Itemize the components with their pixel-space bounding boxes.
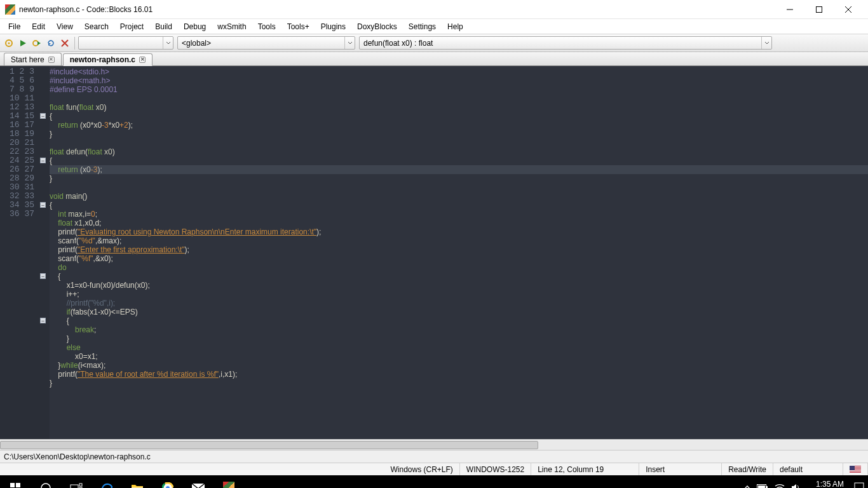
code-line: }while(i<max);: [50, 361, 868, 370]
svg-point-8: [41, 484, 50, 488]
fold-marker[interactable]: −: [40, 113, 46, 119]
code-line: scanf("%f",&x0);: [50, 254, 868, 263]
menu-help[interactable]: Help: [442, 20, 469, 33]
code-line: return (x0*x0-3*x0+2);: [50, 121, 868, 130]
tab-close-icon[interactable]: ✕: [48, 57, 55, 63]
menu-debug[interactable]: Debug: [178, 20, 212, 33]
menu-settings[interactable]: Settings: [403, 20, 442, 33]
flag-icon: [850, 466, 861, 473]
menu-search[interactable]: Search: [79, 20, 114, 33]
status-bar: Windows (CR+LF) WINDOWS-1252 Line 12, Co…: [0, 463, 868, 475]
cortana-icon[interactable]: [31, 475, 61, 488]
windows-taskbar: 1:35 AM 6/22/2017: [0, 475, 868, 488]
title-bar: newton-raphson.c - Code::Blocks 16.01: [0, 0, 868, 19]
code-line: int max,i=0;: [50, 210, 868, 219]
tab-newton-raphson-c[interactable]: newton-raphson.c✕: [63, 53, 153, 66]
chrome-icon[interactable]: [153, 475, 183, 488]
code-line: else: [50, 343, 868, 352]
code-editor[interactable]: 1 2 3 4 5 6 7 8 9 10 11 12 13 14 15 16 1…: [0, 66, 868, 439]
rebuild-icon[interactable]: [44, 37, 57, 50]
menu-wxsmith[interactable]: wxSmith: [212, 20, 252, 33]
tray-expand-icon[interactable]: [744, 484, 750, 488]
file-path-bar: C:\Users\Xenon\Desktop\newton-raphson.c: [0, 450, 868, 463]
codeblocks-taskbar-icon[interactable]: [214, 475, 244, 488]
menu-project[interactable]: Project: [114, 20, 149, 33]
svg-rect-9: [71, 485, 78, 488]
tab-label: Start here: [11, 55, 44, 64]
wifi-icon[interactable]: [775, 484, 785, 489]
menu-build[interactable]: Build: [149, 20, 178, 33]
taskbar-clock[interactable]: 1:35 AM 6/22/2017: [806, 480, 848, 488]
code-line: printf("Enter the first approximation:\t…: [50, 245, 868, 254]
status-language-flag[interactable]: [843, 463, 868, 475]
code-line: void main(): [50, 192, 868, 201]
target-combo[interactable]: [78, 36, 173, 50]
menu-tools[interactable]: Tools: [252, 20, 281, 33]
code-line: {: [50, 201, 868, 210]
scope-combo[interactable]: <global>: [177, 36, 355, 50]
tab-close-icon[interactable]: ✕: [139, 57, 146, 63]
svg-rect-19: [192, 484, 205, 488]
code-line: #include<math.h>: [50, 76, 868, 85]
edge-icon[interactable]: [92, 475, 122, 488]
menu-tools+[interactable]: Tools+: [281, 20, 315, 33]
svg-rect-0: [817, 6, 822, 12]
function-combo[interactable]: defun(float x0) : float: [359, 36, 772, 50]
svg-rect-4: [10, 483, 15, 487]
fold-marker[interactable]: −: [40, 273, 46, 279]
start-button[interactable]: [0, 475, 31, 488]
menu-view[interactable]: View: [51, 20, 79, 33]
build-run-icon[interactable]: [31, 37, 43, 50]
toolbar-separator: [74, 37, 75, 50]
code-line: }: [50, 130, 868, 139]
status-insert-mode: Insert: [639, 463, 722, 475]
menu-edit[interactable]: Edit: [26, 20, 51, 33]
window-title: newton-raphson.c - Code::Blocks 16.01: [19, 5, 775, 14]
line-gutter: 1 2 3 4 5 6 7 8 9 10 11 12 13 14 15 16 1…: [0, 66, 39, 439]
file-explorer-icon[interactable]: [122, 475, 153, 488]
scrollbar-track[interactable]: [0, 440, 868, 450]
maximize-button[interactable]: [804, 0, 834, 19]
battery-icon[interactable]: [757, 484, 768, 488]
minimize-button[interactable]: [775, 0, 804, 19]
task-view-icon[interactable]: [61, 475, 92, 488]
chevron-down-icon: [761, 37, 771, 49]
menu-doxyblocks[interactable]: DoxyBlocks: [351, 20, 403, 33]
code-line: if(fabs(x1-x0)<=EPS): [50, 308, 868, 316]
code-line: [50, 388, 868, 396]
status-eol: Windows (CR+LF): [384, 463, 459, 475]
code-line: printf("Evaluating root using Newton Rap…: [50, 227, 868, 236]
fold-column[interactable]: −−−−−: [39, 66, 50, 439]
gear-icon[interactable]: [3, 37, 15, 50]
abort-icon[interactable]: [58, 37, 71, 50]
code-line: }: [50, 334, 868, 343]
menu-bar: FileEditViewSearchProjectBuildDebugwxSmi…: [0, 19, 868, 34]
run-icon[interactable]: [17, 37, 29, 50]
main-toolbar: <global> defun(float x0) : float: [0, 34, 868, 52]
code-line: }: [50, 174, 868, 183]
code-line: do: [50, 263, 868, 272]
mail-icon[interactable]: [183, 475, 214, 488]
code-line: break;: [50, 325, 868, 334]
code-line: float x1,x0,d;: [50, 219, 868, 227]
fold-marker[interactable]: −: [40, 158, 46, 163]
code-line: float fun(float x0): [50, 103, 868, 112]
fold-marker[interactable]: −: [40, 202, 46, 208]
close-button[interactable]: [834, 0, 863, 19]
code-line: x0=x1;: [50, 352, 868, 361]
code-line: {: [50, 112, 868, 121]
volume-icon[interactable]: [791, 483, 800, 489]
code-line: {: [50, 272, 868, 281]
code-line: float defun(float x0): [50, 147, 868, 156]
fold-marker[interactable]: −: [40, 318, 46, 323]
system-tray: 1:35 AM 6/22/2017: [744, 480, 868, 488]
scrollbar-thumb[interactable]: [0, 441, 538, 449]
menu-plugins[interactable]: Plugins: [315, 20, 351, 33]
code-area[interactable]: #include<stdio.h>#include<math.h>#define…: [50, 66, 868, 439]
code-line: return (x0-3);: [50, 165, 868, 174]
menu-file[interactable]: File: [3, 20, 26, 33]
action-center-icon[interactable]: [854, 482, 864, 489]
tab-start-here[interactable]: Start here✕: [4, 53, 62, 65]
horizontal-scrollbar[interactable]: [0, 439, 868, 450]
editor-tabs: Start here✕newton-raphson.c✕: [0, 52, 868, 66]
